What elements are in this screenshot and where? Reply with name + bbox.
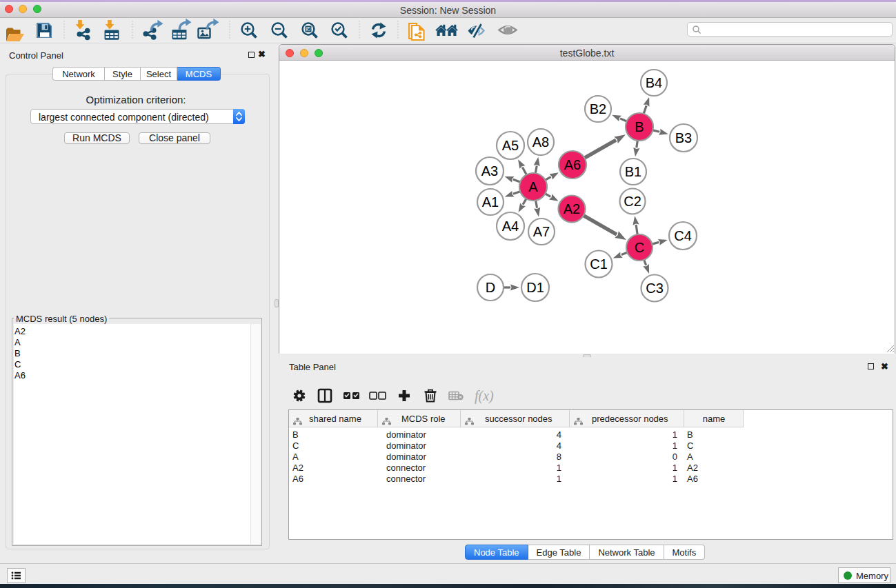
svg-text:A3: A3 <box>481 163 498 179</box>
svg-text:A1: A1 <box>482 194 499 210</box>
svg-text:f(x): f(x) <box>475 388 494 404</box>
svg-text:C3: C3 <box>646 281 664 296</box>
svg-text:A2: A2 <box>564 201 580 216</box>
svg-text:A: A <box>528 179 538 194</box>
svg-text:B4: B4 <box>646 75 662 90</box>
svg-text:B2: B2 <box>590 101 606 116</box>
svg-text:C2: C2 <box>624 194 641 209</box>
svg-text:C1: C1 <box>590 256 608 272</box>
svg-text:A6: A6 <box>564 157 581 172</box>
svg-text:C: C <box>635 240 644 255</box>
svg-text:B1: B1 <box>625 164 641 179</box>
svg-text:C4: C4 <box>674 228 692 243</box>
svg-text:A5: A5 <box>502 138 519 153</box>
svg-text:B3: B3 <box>675 130 692 145</box>
svg-text:D: D <box>486 280 495 295</box>
svg-text:A7: A7 <box>533 224 550 239</box>
svg-text:D1: D1 <box>526 280 544 295</box>
svg-text:A4: A4 <box>502 219 519 234</box>
svg-text:A8: A8 <box>532 134 549 150</box>
svg-text:B: B <box>635 119 644 134</box>
